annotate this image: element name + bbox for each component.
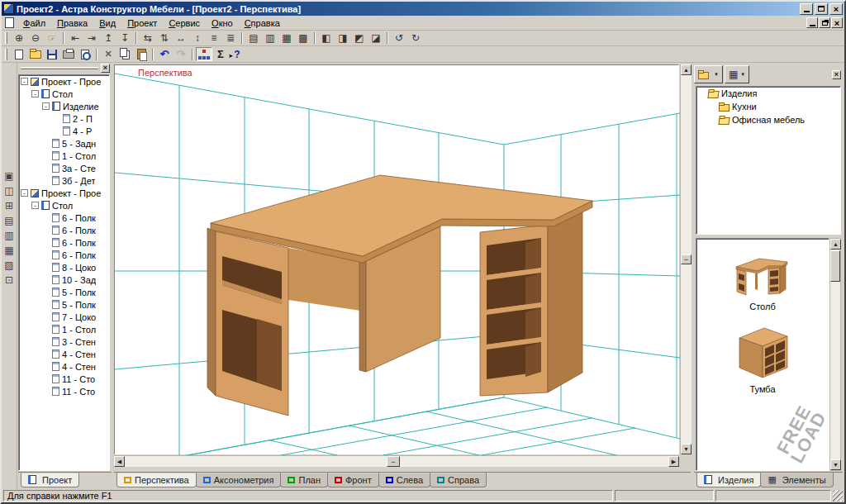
copy-button[interactable] — [116, 47, 133, 61]
paste-button[interactable] — [133, 47, 150, 61]
stretch-horizontal-button[interactable]: ↔ — [173, 31, 189, 45]
tree-item[interactable]: -Стол — [19, 88, 109, 100]
menu-window[interactable]: Окно — [206, 17, 239, 30]
close-button[interactable]: × — [829, 3, 843, 15]
toolbar-grip[interactable] — [5, 49, 7, 60]
product-thumbnail[interactable]: Тумба — [696, 320, 829, 394]
center-vertical-button[interactable]: ≣ — [222, 31, 239, 45]
tree-item[interactable]: 3а - Сте — [19, 162, 109, 174]
tree-item[interactable]: 6 - Полк — [19, 236, 109, 249]
preview-button[interactable] — [77, 47, 93, 61]
align-section-bottom-button[interactable]: ◪ — [368, 31, 384, 45]
menu-help[interactable]: Справка — [239, 17, 286, 30]
align-section-top-button[interactable]: ◩ — [351, 31, 368, 45]
collapse-icon[interactable]: - — [21, 189, 28, 197]
tree-item[interactable]: -Стол — [19, 199, 109, 212]
view-tab[interactable]: Фронт — [327, 473, 379, 487]
view-tab[interactable]: Перспектива — [116, 473, 197, 487]
zoom-out-button[interactable]: ⊖ — [27, 31, 44, 45]
maximize-button[interactable] — [815, 3, 828, 15]
library-tab[interactable]: Изделия — [696, 473, 761, 487]
align-right-button[interactable]: ⇥ — [83, 31, 100, 45]
viewport-horizontal-scrollbar[interactable]: ◀ − ▶ — [114, 455, 679, 467]
tree-item[interactable]: Кухни — [696, 100, 840, 113]
menu-project[interactable]: Проект — [121, 17, 163, 30]
library-scrollbar[interactable]: ▲ ▼ — [829, 238, 841, 471]
menu-file[interactable]: Файл — [17, 17, 51, 30]
tree-item[interactable]: 6 - Полк — [19, 212, 109, 224]
cabinet-frame-button[interactable]: ▣ — [2, 169, 17, 183]
tree-item[interactable]: -Изделие — [19, 100, 109, 112]
project-panel-close-button[interactable]: × — [101, 64, 110, 73]
dimensions-button[interactable]: ⊡ — [2, 273, 17, 288]
view-tab[interactable]: Справа — [430, 473, 487, 487]
tree-item[interactable]: 5 - Полк — [19, 298, 109, 311]
toolbar-grip[interactable] — [5, 32, 7, 44]
distribute-horizontal-button[interactable]: ⇆ — [140, 31, 156, 45]
viewport-canvas[interactable]: Перспектива — [114, 64, 679, 454]
center-horizontal-button[interactable]: ≡ — [206, 31, 222, 45]
tree-item[interactable]: 7 - Цоко — [19, 311, 109, 323]
menu-service[interactable]: Сервис — [163, 17, 206, 30]
align-section-right-button[interactable]: ◨ — [335, 31, 351, 45]
tree-item[interactable]: 4 - Р — [19, 125, 109, 137]
horizontal-splitter-handle[interactable]: − — [387, 456, 400, 467]
tree-item[interactable]: 1 - Стол — [19, 150, 109, 162]
rotate-left-button[interactable]: ↺ — [391, 31, 407, 45]
materials-button[interactable]: ▨ — [2, 258, 17, 273]
stretch-vertical-button[interactable]: ↕ — [189, 31, 206, 45]
undo-button[interactable] — [156, 47, 173, 61]
structure-button[interactable] — [196, 47, 212, 61]
shelves-button[interactable]: ▤ — [2, 213, 17, 228]
tree-item[interactable]: 4 - Стен — [19, 348, 109, 360]
tree-item[interactable]: 10 - Зад — [19, 273, 109, 286]
tree-item[interactable]: 11 - Сто — [19, 385, 109, 397]
collapse-icon[interactable]: - — [31, 202, 39, 209]
cut-button[interactable] — [100, 47, 116, 61]
new-button[interactable] — [11, 47, 27, 61]
save-button[interactable] — [44, 47, 60, 61]
project-panel-header[interactable]: × — [18, 63, 110, 74]
align-bottom-button[interactable]: ↧ — [116, 31, 133, 45]
mesh-panels-button[interactable]: ▩ — [295, 31, 311, 45]
tree-item[interactable]: Изделия — [696, 87, 840, 100]
join-panels-button[interactable]: ▤ — [245, 31, 262, 45]
tab-project[interactable]: Проект — [21, 473, 79, 487]
distribute-vertical-button[interactable]: ⇅ — [156, 31, 173, 45]
panel-drag-grip[interactable] — [21, 67, 98, 69]
view-mode-dropdown-button[interactable]: ▼ — [725, 65, 749, 83]
collapse-icon[interactable]: - — [21, 78, 28, 85]
add-section-button[interactable]: ⊞ — [2, 198, 17, 213]
scroll-left-button[interactable]: ◀ — [114, 456, 125, 467]
facades-button[interactable]: ▦ — [2, 243, 17, 258]
print-button[interactable] — [60, 47, 77, 61]
tree-item[interactable]: 4 - Стен — [19, 360, 109, 373]
zoom-in-button[interactable]: ⊕ — [11, 31, 27, 45]
align-section-left-button[interactable]: ◧ — [318, 31, 335, 45]
scroll-up-button[interactable]: ▲ — [681, 64, 692, 75]
minimize-button[interactable] — [800, 3, 813, 15]
tree-item[interactable]: Офисная мебель — [696, 113, 840, 126]
tree-item[interactable]: 3 - Стен — [19, 335, 109, 348]
viewport-vertical-scrollbar[interactable]: ▲ − ▼ — [680, 64, 692, 454]
tree-item[interactable]: -Проект - Прое — [19, 187, 109, 199]
scroll-down-button[interactable]: ▼ — [830, 459, 841, 470]
sections-button[interactable]: ◫ — [2, 183, 17, 198]
resize-grip[interactable] — [833, 490, 843, 502]
tree-item[interactable]: 6 - Полк — [19, 224, 109, 236]
sum-button[interactable] — [212, 47, 229, 61]
products-dropdown-button[interactable]: ▼ — [694, 65, 723, 83]
collapse-icon[interactable]: - — [31, 90, 39, 97]
mdi-minimize-button[interactable] — [806, 17, 818, 28]
scroll-up-button[interactable]: ▲ — [830, 239, 841, 250]
menu-edit[interactable]: Правка — [51, 17, 93, 30]
view-tab[interactable]: План — [280, 473, 328, 487]
scroll-down-button[interactable]: ▼ — [681, 444, 692, 454]
window-titlebar[interactable]: Проект2 - Астра Конструктор Мебели - [Пр… — [2, 2, 844, 16]
tree-item[interactable]: -Проект - Прое — [19, 75, 109, 88]
align-left-button[interactable]: ⇤ — [67, 31, 83, 45]
mdi-close-button[interactable]: × — [831, 17, 843, 28]
grid-panels-button[interactable]: ▦ — [278, 31, 295, 45]
tree-item[interactable]: 1 - Стол — [19, 323, 109, 335]
rotate-right-button[interactable]: ↻ — [407, 31, 424, 45]
